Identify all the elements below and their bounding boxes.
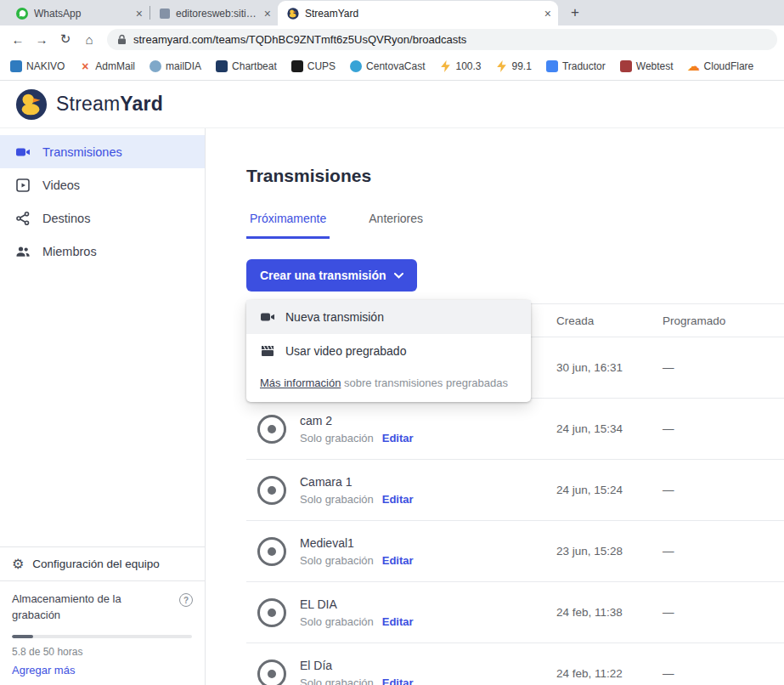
created-cell: 24 feb, 11:38 [556, 606, 663, 619]
bookmark-label: AdmMail [95, 60, 135, 72]
chartbeat-icon [216, 60, 228, 72]
close-tab-icon[interactable]: × [264, 7, 271, 20]
tab-proximamente[interactable]: Próximamente [246, 212, 330, 239]
table-row: cam 2 Solo grabaciónEditar 24 jun, 15:34… [246, 399, 784, 460]
sidebar-nav: Transmisiones Videos Destinos [0, 128, 205, 268]
tab-title: editoresweb:sitioweb:eldia.co [176, 8, 258, 20]
create-broadcast-dropdown: Nueva transmisión Usar video pregrabado … [246, 300, 531, 402]
scheduled-cell: — [663, 361, 784, 374]
storage-usage-text: 5.8 de 50 horas [12, 646, 193, 658]
webtest-icon [620, 60, 632, 72]
bookmark-label: Chartbeat [232, 60, 277, 72]
videocam-icon [15, 144, 31, 160]
url-text: streamyard.com/teams/TQDhBC9ZNTmft6z5UsQ… [133, 33, 466, 46]
dropdown-info-text: Más información sobre transmisiones preg… [246, 368, 531, 400]
broadcast-title: Medieval1 [300, 536, 414, 550]
bookmarks-bar: NAKIVO ×AdmMail mailDIA Chartbeat CUPS C… [0, 53, 784, 81]
record-icon [257, 476, 286, 505]
created-cell: 24 feb, 11:22 [556, 667, 663, 680]
column-scheduled: Programado [663, 314, 784, 327]
sidebar-item-transmisiones[interactable]: Transmisiones [0, 135, 205, 168]
edit-link[interactable]: Editar [382, 493, 414, 506]
close-tab-icon[interactable]: × [544, 7, 551, 20]
bookmark-admmail[interactable]: ×AdmMail [79, 60, 135, 72]
clapperboard-icon [260, 343, 275, 359]
back-icon[interactable]: ← [7, 28, 29, 50]
browser-tab-whatsapp[interactable]: WhatsApp × [7, 1, 149, 25]
bookmark-label: Traductor [562, 60, 606, 72]
create-broadcast-button[interactable]: Crear una transmisión [246, 259, 417, 292]
broadcast-tabs: Próximamente Anteriores [246, 212, 784, 239]
table-row: El Día Solo grabaciónEditar 24 feb, 11:2… [246, 643, 784, 685]
main-panel: Transmisiones Próximamente Anteriores Cr… [206, 128, 784, 685]
bookmark-100-3[interactable]: 100.3 [439, 60, 481, 72]
storage-label: Almacenamiento de la grabación [12, 592, 148, 624]
tab-anteriores[interactable]: Anteriores [365, 212, 426, 239]
app-header: StreamYard [0, 81, 784, 128]
bookmark-chartbeat[interactable]: Chartbeat [216, 60, 277, 72]
centovacast-icon [350, 60, 362, 72]
sidebar-item-destinos[interactable]: Destinos [0, 201, 205, 235]
bookmark-cups[interactable]: CUPS [291, 60, 336, 72]
browser-tab-streamyard[interactable]: StreamYard × [278, 1, 558, 25]
broadcast-subtitle: Solo grabación [300, 493, 374, 506]
bookmark-webtest[interactable]: Webtest [620, 60, 674, 72]
edit-link[interactable]: Editar [382, 615, 414, 628]
bolt-icon [439, 60, 451, 72]
team-settings-label: Configuración del equipo [32, 558, 159, 570]
sidebar-item-label: Transmisiones [42, 145, 122, 159]
content-area: Transmisiones Videos Destinos [0, 128, 784, 685]
scheduled-cell: — [663, 484, 784, 496]
bookmark-label: mailDIA [166, 60, 201, 72]
more-info-link[interactable]: Más información [260, 376, 341, 389]
admmail-icon: × [79, 60, 91, 72]
browser-tab-eldia[interactable]: editoresweb:sitioweb:eldia.co × [150, 1, 278, 25]
table-row: Camara 1 Solo grabaciónEditar 24 jun, 15… [246, 460, 784, 521]
table-row: Medieval1 Solo grabaciónEditar 23 jun, 1… [246, 521, 784, 582]
sidebar-item-videos[interactable]: Videos [0, 168, 205, 201]
bookmark-label: 99.1 [512, 60, 532, 72]
bookmark-label: CloudFlare [704, 60, 754, 72]
menu-item-new-broadcast[interactable]: Nueva transmisión [246, 300, 531, 334]
bookmark-99-1[interactable]: 99.1 [496, 60, 532, 72]
broadcast-subtitle: Solo grabación [300, 432, 374, 444]
bookmark-nakivo[interactable]: NAKIVO [10, 60, 65, 72]
forward-icon[interactable]: → [31, 28, 53, 50]
add-more-storage-link[interactable]: Agregar más [12, 664, 193, 677]
browser-window: WhatsApp × editoresweb:sitioweb:eldia.co… [0, 0, 784, 685]
close-tab-icon[interactable]: × [136, 7, 143, 20]
broadcast-title: El Día [300, 659, 414, 672]
menu-item-label: Nueva transmisión [285, 310, 384, 324]
browser-toolbar: ← → ↻ ⌂ streamyard.com/teams/TQDhBC9ZNTm… [0, 25, 784, 53]
lock-icon[interactable] [117, 34, 127, 45]
created-cell: 24 jun, 15:34 [556, 422, 663, 435]
sidebar-item-miembros[interactable]: Miembros [0, 235, 205, 268]
menu-item-prerecorded-video[interactable]: Usar video pregrabado [246, 334, 531, 368]
home-icon[interactable]: ⌂ [78, 28, 100, 50]
cloud-icon: ☁ [688, 60, 700, 72]
streamyard-logo-icon[interactable] [15, 88, 48, 121]
record-icon [257, 537, 286, 566]
edit-link[interactable]: Editar [382, 432, 414, 444]
edit-link[interactable]: Editar [382, 554, 414, 567]
broadcast-subtitle: Solo grabación [300, 677, 374, 685]
reload-icon[interactable]: ↻ [54, 28, 76, 50]
bookmark-centovacast[interactable]: CentovaCast [350, 60, 425, 72]
bookmark-cloudflare[interactable]: ☁CloudFlare [688, 60, 754, 72]
help-icon[interactable]: ? [179, 593, 193, 607]
new-tab-button[interactable]: + [565, 3, 585, 23]
address-bar[interactable]: streamyard.com/teams/TQDhBC9ZNTmft6z5UsQ… [107, 29, 777, 50]
bookmark-traductor[interactable]: Traductor [546, 60, 606, 72]
bookmark-label: Webtest [636, 60, 674, 72]
bookmark-maildia[interactable]: mailDIA [149, 60, 201, 72]
sidebar-item-label: Videos [42, 178, 80, 192]
team-settings-button[interactable]: ⚙ Configuración del equipo [0, 546, 205, 580]
storage-progress-fill [12, 635, 33, 638]
scheduled-cell: — [663, 422, 784, 435]
tab-strip: WhatsApp × editoresweb:sitioweb:eldia.co… [0, 0, 784, 25]
whatsapp-icon [16, 8, 28, 20]
created-cell: 24 jun, 15:24 [556, 484, 663, 496]
scheduled-cell: — [663, 667, 784, 680]
sidebar: Transmisiones Videos Destinos [0, 128, 206, 685]
edit-link[interactable]: Editar [382, 677, 414, 685]
